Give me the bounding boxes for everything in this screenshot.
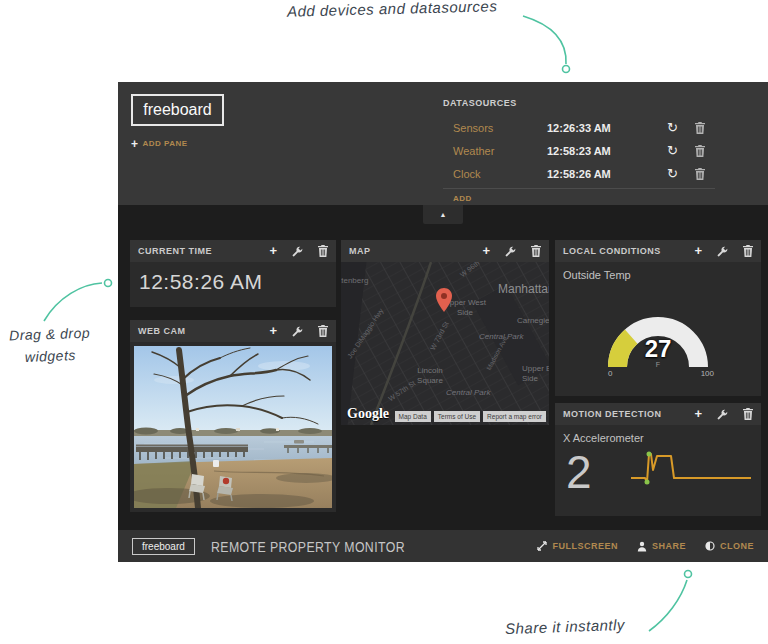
add-widget-icon[interactable]: + xyxy=(269,246,277,256)
pane-title: LOCAL CONDITIONS xyxy=(563,246,694,256)
share-button[interactable]: SHARE xyxy=(637,541,686,552)
footer-freeboard-logo: freeboard xyxy=(132,538,195,555)
add-pane-button[interactable]: + ADD PANE xyxy=(131,139,188,148)
person-icon xyxy=(637,541,647,552)
map-area-label: ttenberg xyxy=(341,276,368,285)
annotation-add-datasources: Add devices and datasources xyxy=(287,0,498,20)
datasource-updated-time: 12:26:33 AM xyxy=(547,122,659,134)
wrench-icon[interactable] xyxy=(292,246,303,257)
sparkline-title: X Accelerometer xyxy=(555,425,761,444)
datasources-list: Sensors 12:26:33 AM ↻ Weather 12:58:23 A… xyxy=(443,116,715,185)
datasource-add-button[interactable]: ADD xyxy=(443,194,715,203)
wrench-icon[interactable] xyxy=(717,246,728,257)
datasource-row: Weather 12:58:23 AM ↻ xyxy=(443,139,715,162)
add-widget-icon[interactable]: + xyxy=(269,326,277,336)
webcam-photo xyxy=(134,346,332,508)
datasource-name[interactable]: Sensors xyxy=(443,122,547,134)
fullscreen-icon xyxy=(537,541,547,551)
add-widget-icon[interactable]: + xyxy=(694,246,702,256)
temperature-gauge: 27 F 0 100 xyxy=(578,289,738,381)
freeboard-logo: freeboard xyxy=(131,94,224,126)
pane-map: MAP + ttenberg xyxy=(341,240,549,425)
annotation-drag-drop: Drag & drop widgets xyxy=(0,321,101,368)
connector-left-endpoint xyxy=(105,280,112,287)
refresh-icon[interactable]: ↻ xyxy=(659,121,686,134)
datasource-updated-time: 12:58:26 AM xyxy=(547,168,659,180)
map-area-label: Manhattan xyxy=(498,282,549,296)
map-area-label: Central Park xyxy=(446,388,490,397)
wrench-icon[interactable] xyxy=(292,326,303,337)
pane-current-time: CURRENT TIME + 12:58:26 AM xyxy=(130,240,336,307)
pane-title: CURRENT TIME xyxy=(138,246,269,256)
chevron-up-icon: ▲ xyxy=(440,211,447,218)
refresh-icon[interactable]: ↻ xyxy=(659,144,686,157)
datasource-name[interactable]: Clock xyxy=(443,168,547,180)
trash-icon[interactable] xyxy=(743,408,753,420)
wrench-icon[interactable] xyxy=(717,409,728,420)
trash-icon[interactable] xyxy=(686,168,713,180)
wrench-icon[interactable] xyxy=(505,246,516,257)
map-data-link[interactable]: Map Data xyxy=(395,411,431,422)
clone-icon xyxy=(705,541,715,551)
annotation-share: Share it instantly xyxy=(505,616,625,637)
fullscreen-button[interactable]: FULLSCREEN xyxy=(537,541,618,551)
map-area-label: Carnegie xyxy=(517,316,549,325)
connector-top-curve xyxy=(523,16,566,64)
trash-icon[interactable] xyxy=(686,122,713,134)
current-time-value: 12:58:26 AM xyxy=(130,262,336,302)
connector-top-endpoint xyxy=(563,66,570,73)
gauge-value: 27 xyxy=(578,335,738,363)
share-label: SHARE xyxy=(652,541,686,551)
gauge-units: F xyxy=(578,361,738,368)
datasources-title: DATASOURCES xyxy=(443,98,715,108)
terms-of-use-link[interactable]: Terms of Use xyxy=(434,411,480,422)
plus-icon: + xyxy=(131,140,139,148)
google-logo: Google xyxy=(347,406,389,422)
add-pane-label: ADD PANE xyxy=(143,139,188,148)
pane-title: WEB CAM xyxy=(138,326,269,336)
map-area-label: Upper East Side xyxy=(522,364,549,384)
dashboard-header: freeboard + ADD PANE DATASOURCES Sensors… xyxy=(118,82,768,205)
pane-header: CURRENT TIME + xyxy=(130,240,336,262)
trash-icon[interactable] xyxy=(531,245,541,257)
sparkline-max-marker xyxy=(647,452,652,457)
map-attribution: Map Data Terms of Use Report a map error xyxy=(395,411,546,422)
trash-icon[interactable] xyxy=(686,145,713,157)
fullscreen-label: FULLSCREEN xyxy=(552,541,618,551)
datasource-updated-time: 12:58:23 AM xyxy=(547,145,659,157)
pane-webcam: WEB CAM + xyxy=(130,320,336,512)
pane-title: MOTION DETECTION xyxy=(563,409,694,419)
gauge-title: Outside Temp xyxy=(555,262,761,281)
clone-button[interactable]: CLONE xyxy=(705,541,754,551)
gauge-min-label: 0 xyxy=(608,369,612,378)
trash-icon[interactable] xyxy=(318,325,328,337)
datasource-name[interactable]: Weather xyxy=(443,145,547,157)
add-widget-icon[interactable]: + xyxy=(694,409,702,419)
connector-bottom-curve xyxy=(649,580,687,631)
pane-local-conditions: LOCAL CONDITIONS + Outside Temp 27 F 0 1… xyxy=(555,240,761,396)
connector-bottom-endpoint xyxy=(685,571,692,578)
pane-header: WEB CAM + xyxy=(130,320,336,342)
freeboard-dashboard: freeboard + ADD PANE DATASOURCES Sensors… xyxy=(118,82,768,562)
clone-label: CLONE xyxy=(720,541,754,551)
map-pin-icon[interactable] xyxy=(436,288,452,312)
gauge-max-label: 100 xyxy=(701,369,714,378)
map-canvas[interactable]: ttenberg Manhattan Upper West Side Carne… xyxy=(341,262,549,425)
datasources-panel: DATASOURCES Sensors 12:26:33 AM ↻ Weathe… xyxy=(443,98,715,203)
annotation-drag-drop-line1: Drag & drop xyxy=(0,321,100,346)
webcam-body xyxy=(130,342,336,516)
trash-icon[interactable] xyxy=(743,245,753,257)
connector-left-curve xyxy=(44,283,102,321)
add-widget-icon[interactable]: + xyxy=(482,246,490,256)
header-collapse-tab[interactable]: ▲ xyxy=(423,205,463,224)
report-map-error-link[interactable]: Report a map error xyxy=(483,411,546,422)
datasources-divider xyxy=(443,188,715,189)
pane-header: MAP + xyxy=(341,240,549,262)
pane-header: LOCAL CONDITIONS + xyxy=(555,240,761,262)
pane-title: MAP xyxy=(349,246,482,256)
annotation-drag-drop-line2: widgets xyxy=(0,343,101,368)
dashboard-footer: freeboard REMOTE PROPERTY MONITOR FULLSC… xyxy=(118,530,768,562)
dashboard-title: REMOTE PROPERTY MONITOR xyxy=(211,538,405,555)
trash-icon[interactable] xyxy=(318,245,328,257)
refresh-icon[interactable]: ↻ xyxy=(659,167,686,180)
